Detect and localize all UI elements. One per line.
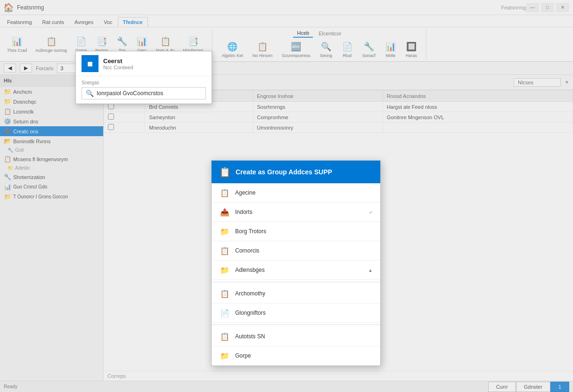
title-bar-controls: — □ ✕	[526, 3, 569, 12]
dropdown-item-autotsts[interactable]: 📋 Autotsts SN	[212, 327, 380, 346]
ribbon-group-home: Hceb Elcenticor 🌐 Algstirc Ket 📋 No Hirs…	[218, 29, 426, 59]
currr-button[interactable]: Currr	[488, 382, 516, 392]
address-path: Force/o	[36, 65, 53, 71]
dropdown-item-glongniftors[interactable]: 📄 Glongniftors	[212, 303, 380, 323]
elcenticor-tab[interactable]: Elcenticor	[315, 30, 345, 37]
top-icon: 🔧	[116, 36, 128, 47]
tab-avnrges[interactable]: Avnrges	[69, 17, 98, 27]
cornorcis-label: Cornorcis	[235, 247, 373, 254]
norms-icon: 📑	[96, 36, 107, 47]
sidebar-item-boninotlk[interactable]: 📂 Boninotlk Rvnns	[0, 136, 103, 146]
mvvhrcpoi-icon: 📑	[188, 36, 199, 47]
back-button[interactable]: ◀	[4, 64, 16, 73]
dropdown-item-cornorcis[interactable]: 📋 Cornorcis	[212, 241, 380, 261]
ribbon-btn-rlud[interactable]: 📄 Rlud	[338, 40, 356, 59]
cell-gonitnre: Gonitnre Mngenson OVL	[383, 112, 573, 122]
ribbon-btn-algstirc[interactable]: 🌐 Algstirc Ket	[218, 40, 246, 59]
maximize-button[interactable]: □	[541, 3, 554, 12]
cell-hargst: Hargst ale Feed nloss	[383, 102, 573, 112]
adesto-icon: 📁	[8, 165, 13, 171]
sidebar-item-shnterr[interactable]: 🔧 Shnterrization	[0, 172, 103, 182]
dropdown-item-agecine[interactable]: 📋 Agecine	[212, 183, 380, 203]
gery-icon: 📊	[136, 36, 147, 47]
seong-label: Seong	[320, 53, 332, 58]
app-icon: 🏠	[4, 3, 13, 12]
haras-label: Haras	[406, 53, 417, 58]
home-tabs: Hceb Elcenticor	[293, 29, 345, 38]
tounorcr-icon: 📁	[4, 193, 11, 200]
minimize-button[interactable]: —	[526, 3, 539, 12]
tab-rat-cunts[interactable]: Rat cunts	[37, 17, 69, 27]
sidebar-item-seturn-label: Seturn dns	[13, 119, 38, 124]
sidebar-item-mcsens[interactable]: 📋 Mcsens fl Ikrngenvorym	[0, 154, 103, 164]
ribbon-btn-hirsom[interactable]: 📋 No Hirsom	[249, 40, 276, 59]
ribbon-btn-haras[interactable]: 🔲 Haras	[402, 40, 420, 59]
sidebar-item-golt-label: Golt	[15, 147, 24, 153]
gorpe-label: Gorpe	[235, 352, 373, 359]
filter-dropdown[interactable]: Nlcses	[514, 78, 561, 87]
guocrnncl-icon: 📊	[4, 183, 11, 190]
glongniftors-icon: 📄	[219, 307, 230, 318]
hirsom-icon: 📋	[257, 41, 268, 52]
gcunm-label: Gcunmpceress	[282, 53, 311, 58]
ribbon-btn-acilmcge[interactable]: 📋 Acilmcge ounrog	[32, 34, 70, 54]
content-footer: Correps	[104, 371, 573, 381]
indorts-icon: 📤	[219, 206, 230, 218]
nmle-icon: 📊	[385, 41, 396, 52]
dropdown-divider	[212, 282, 380, 282]
ribbon-btn-somacf[interactable]: 🔧 Sonacf	[359, 40, 379, 59]
shnterr-icon: 🔧	[4, 173, 11, 180]
agecine-label: Agecine	[235, 189, 373, 196]
title-bar-subtitle: Featsnrmg	[501, 5, 526, 10]
dropdown-item-gorpe[interactable]: 📁 Gorpe	[212, 346, 380, 366]
autocomplete-search-area: Snergas 🔍 Ionrpasiol GvoCoomcrstos	[76, 76, 212, 104]
ribbon-btn-gcunm[interactable]: 🔤 Gcunmpceress	[278, 40, 314, 59]
tab-featsnrmg[interactable]: Featsnrmg	[2, 17, 37, 27]
col-engrose: Engrose Inohoe	[253, 90, 383, 102]
dropdown-item-archomothy[interactable]: 📋 Archomothy	[212, 284, 380, 303]
dropdown-item-indorts[interactable]: 📤 Indorts ✓	[212, 203, 380, 222]
table-row: Sameynton Compronhme Gonitnre Mngenson O…	[104, 112, 573, 122]
dropdown-header-icon: 📋	[219, 166, 231, 178]
boninotlk-icon: 📂	[4, 138, 11, 145]
cell-compronhme: Compronhme	[253, 112, 383, 122]
sidebar-item-seturn[interactable]: ⚙️ Seturn dns	[0, 116, 103, 126]
status-text: Ready	[4, 384, 17, 389]
cell-sameynton: Sameynton	[145, 112, 253, 122]
tab-voc[interactable]: Voc	[98, 17, 117, 27]
agecine-icon: 📋	[219, 187, 230, 198]
sidebar-item-golt[interactable]: 🔧 Golt	[0, 146, 103, 154]
sidebar-item-creatc[interactable]: ➕ Creatc ons	[0, 126, 103, 136]
algstirc-icon: 🌐	[227, 41, 238, 52]
ribbon-tabs: Featsnrmg Rat cunts Avnrges Voc Tfednce	[0, 15, 573, 27]
adlensbges-icon: 📁	[219, 264, 230, 276]
tab-tfednce[interactable]: Tfednce	[118, 17, 148, 27]
home-tab[interactable]: Hceb	[293, 29, 313, 38]
sidebar-item-mcsens-label: Mcsens fl Ikrngenvorym	[13, 156, 68, 162]
haras-icon: 🔲	[406, 41, 417, 52]
dropdown-menu-header: 📋 Create as Group Addces SUPP	[212, 161, 380, 183]
primary-button[interactable]: 1	[550, 382, 569, 392]
autocomplete-search-row[interactable]: 🔍 Ionrpasiol GvoCoomcrstos	[82, 87, 206, 99]
status-bar: Ready Currr Gdnster 1	[0, 381, 573, 392]
sidebar-item-lconnclk[interactable]: 📋 Lconnclk	[0, 106, 103, 116]
address-input[interactable]	[57, 64, 76, 73]
ribbon-btn-seong[interactable]: 🔍 Seong	[317, 40, 336, 59]
dropdown-item-adlensbges[interactable]: 📁 Adlensbges ▲	[212, 261, 380, 280]
ribbon-btn-icon-group[interactable]: 📊 Thos Crad	[4, 34, 30, 54]
autocomplete-subtitle: Ncc Conteed	[103, 65, 133, 70]
sidebar-item-tounorcr[interactable]: 📁 T Ounorcr I Grons Gorcon	[0, 192, 103, 202]
forward-button[interactable]: ▶	[20, 64, 32, 73]
lconnclk-icon: 📋	[4, 108, 11, 115]
table-row: Mneoduchn Umontnossonry	[104, 122, 573, 133]
close-button[interactable]: ✕	[556, 3, 569, 12]
nmle-label: NMle	[385, 53, 395, 58]
dropdown-item-borg[interactable]: 📁 Borg Trotors	[212, 222, 380, 241]
autotsts-icon: 📋	[219, 331, 230, 342]
sidebar-item-adesto[interactable]: 📁 Adesto	[0, 164, 103, 172]
sidebar-item-guocrnncl[interactable]: 📊 Guo Crnncl Gdo	[0, 182, 103, 192]
cell-empty	[383, 122, 573, 133]
rlud-icon: 📄	[342, 41, 353, 52]
gdnster-button[interactable]: Gdnster	[516, 382, 550, 392]
ribbon-btn-nmle[interactable]: 📊 NMle	[382, 40, 400, 59]
